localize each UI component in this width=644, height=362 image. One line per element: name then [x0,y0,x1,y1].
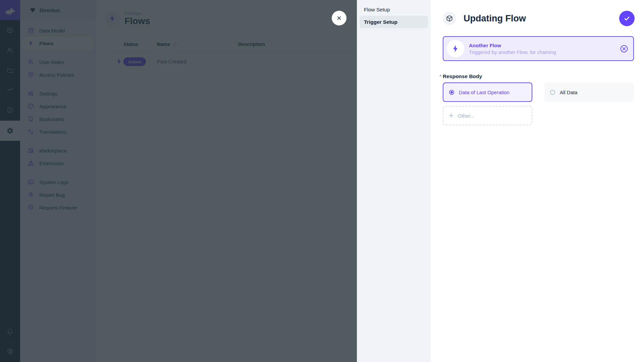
radio-unchecked-icon [549,89,556,96]
drawer-main: Updating Flow Another Flow Triggered by … [431,0,644,362]
drawer-overlay[interactable] [0,0,357,362]
radio-checked-icon [448,89,455,96]
drawer-title-icon-circle [443,12,456,25]
trigger-type-card[interactable]: Another Flow Triggered by another Flow, … [443,36,634,61]
bolt-icon [451,44,460,53]
trigger-card-subtitle: Triggered by another Flow, for chaining [469,49,556,55]
check-icon [623,15,631,22]
cube-icon [446,15,453,22]
drawer-nav: Flow Setup Trigger Setup [357,0,431,362]
response-body-field-label: Response Body [440,73,482,79]
other-option-button[interactable]: Other... [443,106,532,125]
save-button[interactable] [619,11,635,26]
drawer-title: Updating Flow [464,13,526,24]
trigger-card-title: Another Flow [469,43,556,48]
close-icon [336,15,342,21]
required-dot-icon [440,75,441,76]
response-body-options: Data of Last Operation All Data [443,82,634,102]
trigger-icon-circle [447,40,464,57]
drawer-nav-flow-setup[interactable]: Flow Setup [360,3,428,16]
plus-icon [448,112,454,119]
cancel-circle-icon [620,44,629,53]
drawer: Flow Setup Trigger Setup Updating Flow A… [357,0,644,362]
close-drawer-button[interactable] [332,11,346,25]
option-all-data[interactable]: All Data [544,82,634,102]
drawer-nav-trigger-setup[interactable]: Trigger Setup [360,16,428,28]
option-data-of-last-operation[interactable]: Data of Last Operation [443,82,532,102]
remove-trigger-button[interactable] [620,44,629,53]
